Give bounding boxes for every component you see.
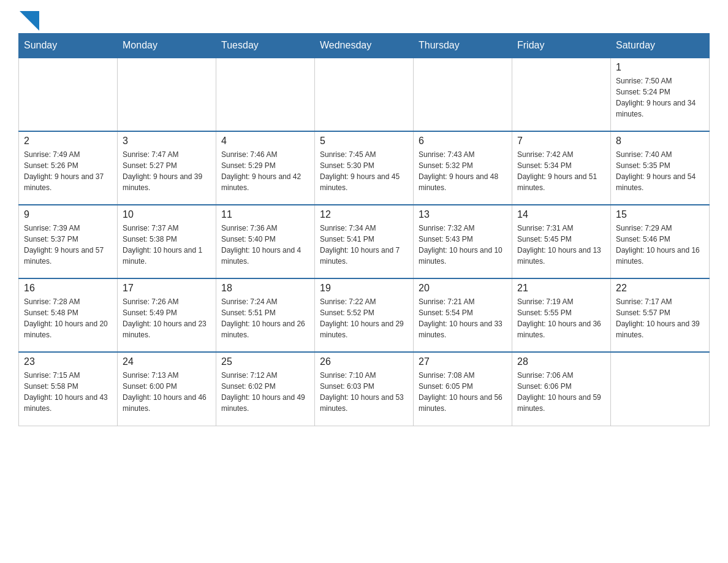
day-number: 22 [616, 283, 704, 294]
day-number: 28 [517, 356, 605, 367]
calendar-cell-week1-day2 [118, 58, 216, 131]
day-number: 15 [616, 209, 704, 220]
day-number: 2 [24, 136, 112, 147]
week-row-2: 2Sunrise: 7:49 AM Sunset: 5:26 PM Daylig… [19, 131, 710, 205]
day-number: 21 [517, 283, 605, 294]
calendar-cell-week2-day6: 7Sunrise: 7:42 AM Sunset: 5:34 PM Daylig… [512, 131, 611, 205]
day-info: Sunrise: 7:29 AM Sunset: 5:46 PM Dayligh… [616, 223, 704, 267]
calendar-cell-week3-day2: 10Sunrise: 7:37 AM Sunset: 5:38 PM Dayli… [118, 205, 216, 278]
calendar-cell-week4-day4: 19Sunrise: 7:22 AM Sunset: 5:52 PM Dayli… [315, 278, 414, 352]
day-info: Sunrise: 7:34 AM Sunset: 5:41 PM Dayligh… [320, 223, 408, 267]
logo [18, 12, 39, 27]
calendar-cell-week2-day7: 8Sunrise: 7:40 AM Sunset: 5:35 PM Daylig… [611, 131, 710, 205]
week-row-1: 1Sunrise: 7:50 AM Sunset: 5:24 PM Daylig… [19, 58, 710, 131]
day-info: Sunrise: 7:22 AM Sunset: 5:52 PM Dayligh… [320, 296, 408, 340]
day-number: 9 [24, 209, 112, 220]
weekday-header-thursday: Thursday [414, 34, 512, 58]
weekday-header-monday: Monday [118, 34, 216, 58]
calendar-cell-week3-day4: 12Sunrise: 7:34 AM Sunset: 5:41 PM Dayli… [315, 205, 414, 278]
day-number: 17 [123, 283, 211, 294]
weekday-header-sunday: Sunday [19, 34, 118, 58]
weekday-header-tuesday: Tuesday [216, 34, 315, 58]
day-number: 24 [123, 356, 211, 367]
day-info: Sunrise: 7:10 AM Sunset: 6:03 PM Dayligh… [320, 370, 408, 414]
day-info: Sunrise: 7:36 AM Sunset: 5:40 PM Dayligh… [221, 223, 309, 267]
calendar-table: SundayMondayTuesdayWednesdayThursdayFrid… [18, 33, 710, 426]
day-number: 1 [616, 62, 704, 73]
day-info: Sunrise: 7:28 AM Sunset: 5:48 PM Dayligh… [24, 296, 112, 340]
day-info: Sunrise: 7:39 AM Sunset: 5:37 PM Dayligh… [24, 223, 112, 267]
calendar-cell-week4-day6: 21Sunrise: 7:19 AM Sunset: 5:55 PM Dayli… [512, 278, 611, 352]
calendar-cell-week4-day2: 17Sunrise: 7:26 AM Sunset: 5:49 PM Dayli… [118, 278, 216, 352]
calendar-cell-week5-day7 [611, 352, 710, 426]
day-info: Sunrise: 7:37 AM Sunset: 5:38 PM Dayligh… [123, 223, 211, 267]
day-info: Sunrise: 7:31 AM Sunset: 5:45 PM Dayligh… [517, 223, 605, 267]
calendar-cell-week4-day3: 18Sunrise: 7:24 AM Sunset: 5:51 PM Dayli… [216, 278, 315, 352]
day-info: Sunrise: 7:49 AM Sunset: 5:26 PM Dayligh… [24, 149, 112, 193]
calendar-cell-week3-day1: 9Sunrise: 7:39 AM Sunset: 5:37 PM Daylig… [19, 205, 118, 278]
calendar-cell-week3-day5: 13Sunrise: 7:32 AM Sunset: 5:43 PM Dayli… [414, 205, 512, 278]
day-info: Sunrise: 7:19 AM Sunset: 5:55 PM Dayligh… [517, 296, 605, 340]
calendar-cell-week2-day2: 3Sunrise: 7:47 AM Sunset: 5:27 PM Daylig… [118, 131, 216, 205]
day-number: 8 [616, 136, 704, 147]
svg-marker-0 [20, 11, 39, 31]
calendar-cell-week1-day1 [19, 58, 118, 131]
weekday-header-saturday: Saturday [611, 34, 710, 58]
day-number: 16 [24, 283, 112, 294]
day-number: 12 [320, 209, 408, 220]
day-info: Sunrise: 7:26 AM Sunset: 5:49 PM Dayligh… [123, 296, 211, 340]
day-info: Sunrise: 7:15 AM Sunset: 5:58 PM Dayligh… [24, 370, 112, 414]
logo-icon [20, 11, 39, 31]
week-row-5: 23Sunrise: 7:15 AM Sunset: 5:58 PM Dayli… [19, 352, 710, 426]
day-number: 23 [24, 356, 112, 367]
calendar-cell-week2-day3: 4Sunrise: 7:46 AM Sunset: 5:29 PM Daylig… [216, 131, 315, 205]
day-number: 26 [320, 356, 408, 367]
day-number: 25 [221, 356, 309, 367]
day-info: Sunrise: 7:42 AM Sunset: 5:34 PM Dayligh… [517, 149, 605, 193]
calendar-cell-week1-day6 [512, 58, 611, 131]
calendar-cell-week3-day7: 15Sunrise: 7:29 AM Sunset: 5:46 PM Dayli… [611, 205, 710, 278]
day-info: Sunrise: 7:45 AM Sunset: 5:30 PM Dayligh… [320, 149, 408, 193]
week-row-4: 16Sunrise: 7:28 AM Sunset: 5:48 PM Dayli… [19, 278, 710, 352]
day-info: Sunrise: 7:06 AM Sunset: 6:06 PM Dayligh… [517, 370, 605, 414]
day-number: 11 [221, 209, 309, 220]
week-row-3: 9Sunrise: 7:39 AM Sunset: 5:37 PM Daylig… [19, 205, 710, 278]
day-info: Sunrise: 7:13 AM Sunset: 6:00 PM Dayligh… [123, 370, 211, 414]
calendar-cell-week5-day4: 26Sunrise: 7:10 AM Sunset: 6:03 PM Dayli… [315, 352, 414, 426]
calendar-cell-week4-day5: 20Sunrise: 7:21 AM Sunset: 5:54 PM Dayli… [414, 278, 512, 352]
calendar-cell-week2-day1: 2Sunrise: 7:49 AM Sunset: 5:26 PM Daylig… [19, 131, 118, 205]
day-number: 27 [419, 356, 507, 367]
calendar-cell-week2-day4: 5Sunrise: 7:45 AM Sunset: 5:30 PM Daylig… [315, 131, 414, 205]
day-info: Sunrise: 7:46 AM Sunset: 5:29 PM Dayligh… [221, 149, 309, 193]
day-info: Sunrise: 7:24 AM Sunset: 5:51 PM Dayligh… [221, 296, 309, 340]
day-info: Sunrise: 7:12 AM Sunset: 6:02 PM Dayligh… [221, 370, 309, 414]
page-header [18, 12, 710, 27]
weekday-header-wednesday: Wednesday [315, 34, 414, 58]
day-number: 4 [221, 136, 309, 147]
day-info: Sunrise: 7:40 AM Sunset: 5:35 PM Dayligh… [616, 149, 704, 193]
day-number: 14 [517, 209, 605, 220]
day-number: 5 [320, 136, 408, 147]
day-number: 6 [419, 136, 507, 147]
day-number: 18 [221, 283, 309, 294]
calendar-cell-week5-day5: 27Sunrise: 7:08 AM Sunset: 6:05 PM Dayli… [414, 352, 512, 426]
calendar-cell-week1-day5 [414, 58, 512, 131]
calendar-cell-week4-day7: 22Sunrise: 7:17 AM Sunset: 5:57 PM Dayli… [611, 278, 710, 352]
calendar-cell-week5-day3: 25Sunrise: 7:12 AM Sunset: 6:02 PM Dayli… [216, 352, 315, 426]
calendar-cell-week3-day3: 11Sunrise: 7:36 AM Sunset: 5:40 PM Dayli… [216, 205, 315, 278]
day-number: 10 [123, 209, 211, 220]
calendar-cell-week5-day1: 23Sunrise: 7:15 AM Sunset: 5:58 PM Dayli… [19, 352, 118, 426]
day-number: 20 [419, 283, 507, 294]
calendar-cell-week5-day6: 28Sunrise: 7:06 AM Sunset: 6:06 PM Dayli… [512, 352, 611, 426]
day-number: 13 [419, 209, 507, 220]
calendar-cell-week1-day4 [315, 58, 414, 131]
calendar-cell-week3-day6: 14Sunrise: 7:31 AM Sunset: 5:45 PM Dayli… [512, 205, 611, 278]
calendar-cell-week2-day5: 6Sunrise: 7:43 AM Sunset: 5:32 PM Daylig… [414, 131, 512, 205]
day-number: 7 [517, 136, 605, 147]
day-info: Sunrise: 7:50 AM Sunset: 5:24 PM Dayligh… [616, 75, 704, 120]
day-info: Sunrise: 7:17 AM Sunset: 5:57 PM Dayligh… [616, 296, 704, 340]
day-info: Sunrise: 7:21 AM Sunset: 5:54 PM Dayligh… [419, 296, 507, 340]
calendar-cell-week1-day3 [216, 58, 315, 131]
calendar-cell-week4-day1: 16Sunrise: 7:28 AM Sunset: 5:48 PM Dayli… [19, 278, 118, 352]
weekday-header-friday: Friday [512, 34, 611, 58]
